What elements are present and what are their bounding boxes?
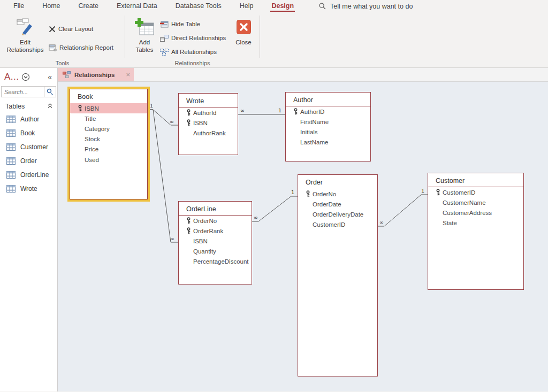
menu-home[interactable]: Home bbox=[33, 0, 69, 12]
field-row[interactable]: AuthorRank bbox=[179, 128, 238, 138]
field-row[interactable]: Category bbox=[70, 124, 147, 134]
table-title: Customer bbox=[428, 173, 523, 187]
group-label-tools: Tools bbox=[0, 60, 125, 66]
menu-design[interactable]: Design bbox=[262, 0, 303, 12]
field-row[interactable]: AuthorID bbox=[286, 106, 370, 117]
tell-me-label: Tell me what you want to do bbox=[330, 3, 413, 10]
key-icon bbox=[303, 190, 313, 197]
edit-relationships-icon bbox=[16, 17, 34, 37]
clear-layout-icon bbox=[49, 26, 56, 33]
field-row[interactable]: OrderDeliveryDate bbox=[298, 209, 377, 219]
field-row[interactable]: Used bbox=[70, 155, 147, 165]
field-row[interactable]: FirstName bbox=[286, 117, 370, 127]
field-row[interactable]: CustomerAddress bbox=[428, 207, 523, 218]
tab-relationships[interactable]: Relationships × bbox=[58, 68, 134, 81]
tab-close-icon[interactable]: × bbox=[126, 71, 130, 79]
relationships-canvas[interactable]: 1 ∞ ∞ ∞ 1 ∞ 1 ∞ 1 Book ISBN Title Catego… bbox=[58, 82, 548, 391]
all-relationships-button[interactable]: All Relationships bbox=[158, 46, 218, 58]
menu-external-data[interactable]: External Data bbox=[108, 0, 166, 12]
nav-search-box bbox=[1, 86, 56, 97]
edit-relationships-button[interactable]: Edit Relationships bbox=[4, 14, 46, 60]
direct-relationships-icon bbox=[160, 35, 169, 42]
sidebar-item-book[interactable]: Book bbox=[0, 126, 57, 140]
key-icon bbox=[291, 108, 300, 115]
nav-group-tables[interactable]: Tables bbox=[0, 97, 57, 112]
field-row[interactable]: Quantity bbox=[179, 247, 252, 257]
direct-relationships-button[interactable]: Direct Relationships bbox=[158, 32, 227, 44]
sidebar-item-customer[interactable]: Customer bbox=[0, 140, 57, 154]
field-row[interactable]: CustomerID bbox=[298, 220, 377, 230]
table-box-orderline[interactable]: OrderLine OrderNo OrderRank ISBN Quantit… bbox=[178, 201, 252, 285]
ribbon: Edit Relationships Clear Layout Relation… bbox=[0, 12, 548, 68]
field-name: Initials bbox=[300, 129, 318, 135]
collapse-pane-button[interactable]: « bbox=[48, 73, 54, 81]
hide-table-button[interactable]: Hide Table bbox=[158, 18, 202, 30]
field-row[interactable]: State bbox=[428, 218, 523, 228]
field-row[interactable]: Initials bbox=[286, 127, 370, 137]
field-name: State bbox=[443, 220, 457, 226]
key-icon bbox=[433, 189, 443, 196]
all-relationships-icon bbox=[160, 49, 169, 56]
table-box-order[interactable]: Order OrderNo OrderDate OrderDeliveryDat… bbox=[298, 174, 378, 376]
table-box-author[interactable]: Author AuthorID FirstName Initials LastN… bbox=[285, 92, 371, 162]
table-icon bbox=[6, 171, 16, 179]
add-tables-button[interactable]: Add Tables bbox=[132, 14, 157, 60]
sidebar-item-label: Author bbox=[20, 116, 39, 123]
close-button[interactable]: Close bbox=[231, 14, 256, 60]
chevron-down-circle-icon[interactable] bbox=[21, 73, 30, 81]
field-name: ISBN bbox=[193, 120, 208, 126]
field-name: AuthorRank bbox=[193, 130, 226, 136]
table-box-wrote[interactable]: Wrote AuthorId ISBN AuthorRank bbox=[178, 93, 238, 155]
field-row[interactable]: AuthorId bbox=[179, 107, 238, 118]
nav-group-label: Tables bbox=[5, 103, 25, 110]
clear-layout-label: Clear Layout bbox=[58, 26, 93, 32]
sidebar-item-orderline[interactable]: OrderLine bbox=[0, 168, 57, 182]
field-row[interactable]: PercentageDiscount bbox=[179, 257, 252, 267]
field-row[interactable]: OrderDate bbox=[298, 199, 377, 209]
field-name: Price bbox=[85, 146, 98, 152]
table-icon bbox=[6, 116, 16, 123]
menu-file[interactable]: File bbox=[4, 0, 33, 12]
table-icon bbox=[6, 185, 16, 193]
menu-create[interactable]: Create bbox=[70, 0, 108, 12]
tab-label: Relationships bbox=[74, 72, 115, 78]
table-title: Wrote bbox=[179, 94, 238, 107]
field-row[interactable]: Stock bbox=[70, 134, 147, 144]
navigation-pane-header[interactable]: A... « bbox=[0, 68, 57, 84]
main-area: Relationships × 1 ∞ ∞ ∞ 1 ∞ 1 ∞ 1 bbox=[58, 68, 548, 391]
field-name: CustomerID bbox=[313, 221, 345, 228]
field-name: Category bbox=[85, 126, 110, 132]
all-relationships-label: All Relationships bbox=[171, 49, 217, 55]
nav-search-input[interactable] bbox=[2, 89, 43, 95]
field-row[interactable]: ISBN bbox=[70, 103, 147, 113]
field-name: LastName bbox=[300, 139, 328, 145]
field-row[interactable]: OrderRank bbox=[179, 226, 252, 236]
field-row[interactable]: CustomerName bbox=[428, 197, 523, 207]
field-row[interactable]: Price bbox=[70, 144, 147, 155]
field-row[interactable]: Title bbox=[70, 113, 147, 124]
collapse-group-icon[interactable] bbox=[47, 103, 53, 110]
table-box-book[interactable]: Book ISBN Title Category Stock Price Use… bbox=[70, 89, 148, 199]
sidebar-item-label: Book bbox=[20, 129, 35, 137]
group-label-relationships: Relationships bbox=[125, 60, 260, 66]
search-icon[interactable] bbox=[44, 88, 56, 95]
field-row[interactable]: CustomerID bbox=[428, 187, 523, 197]
navigation-pane: A... « Tables Author Book bbox=[0, 68, 58, 391]
sidebar-item-order[interactable]: Order bbox=[0, 154, 57, 168]
sidebar-item-author[interactable]: Author bbox=[0, 112, 57, 126]
relationship-report-button[interactable]: Relationship Report bbox=[47, 42, 115, 53]
field-name: CustomerAddress bbox=[443, 210, 492, 216]
field-row[interactable]: OrderNo bbox=[298, 189, 377, 199]
menu-help[interactable]: Help bbox=[231, 0, 263, 12]
field-row[interactable]: ISBN bbox=[179, 118, 238, 128]
sidebar-item-wrote[interactable]: Wrote bbox=[0, 182, 57, 196]
field-row[interactable]: LastName bbox=[286, 137, 370, 148]
clear-layout-button[interactable]: Clear Layout bbox=[47, 23, 95, 35]
menu-database-tools[interactable]: Database Tools bbox=[166, 0, 231, 12]
field-row[interactable]: ISBN bbox=[179, 236, 252, 246]
field-row[interactable]: OrderNo bbox=[179, 216, 252, 226]
table-box-customer[interactable]: Customer CustomerID CustomerName Custome… bbox=[428, 173, 524, 290]
key-icon bbox=[184, 119, 193, 126]
tell-me-box[interactable]: Tell me what you want to do bbox=[319, 3, 413, 10]
field-name: Used bbox=[85, 157, 99, 163]
